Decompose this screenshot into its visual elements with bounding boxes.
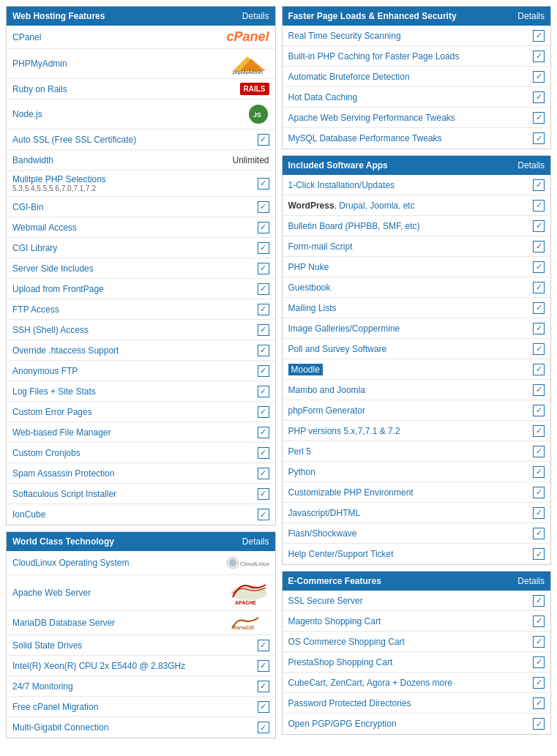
cpanel-migration-label: Free cPanel Migration (12, 702, 225, 712)
poll-label: Poll and Survey Software (288, 344, 501, 354)
row-1click: 1-Click Installation/Updates ✓ (283, 175, 551, 195)
monitoring-checkmark: ✓ (258, 681, 269, 692)
bulletin-label: Bulletin Board (PHPBB, SMF, etc) (288, 221, 501, 231)
svg-text:MariaDB: MariaDB (231, 624, 255, 631)
mailing-lists-check: ✓ (501, 302, 545, 314)
bulletin-checkmark: ✓ (533, 220, 545, 232)
faster-page-title: Faster Page Loads & Enhanced Security (288, 11, 457, 21)
row-webmail: Webmail Access ✓ (7, 217, 275, 238)
row-flash: Flash/Shockwave ✓ (283, 523, 551, 544)
upload-frontpage-check: ✓ (225, 283, 269, 295)
ssh-checkmark: ✓ (258, 324, 269, 336)
log-files-check: ✓ (225, 386, 269, 397)
custom-error-checkmark: ✓ (258, 406, 269, 418)
row-cronjobs: Custom Cronjobs ✓ (7, 443, 275, 463)
software-apps-details-label: Details (517, 160, 545, 171)
ssi-check: ✓ (225, 263, 269, 274)
cubecart-check: ✓ (501, 677, 545, 689)
row-wordpress: WordPress, Drupal, Joomla, etc ✓ (283, 195, 551, 216)
image-galleries-label: Image Galleries/Coppermine (288, 323, 501, 334)
faster-page-details-label: Details (517, 11, 545, 21)
wordpress-label: WordPress, Drupal, Joomla, etc (288, 201, 501, 211)
ssl-secure-label: SSL Secure Server (288, 596, 501, 606)
custom-php-checkmark: ✓ (533, 487, 545, 498)
faster-page-header: Faster Page Loads & Enhanced Security De… (283, 7, 551, 26)
row-magento: Magento Shopping Cart ✓ (283, 611, 551, 632)
perl5-label: Perl 5 (288, 446, 501, 457)
webmail-label: Webmail Access (12, 222, 225, 233)
world-class-header: World Class Technology Details (7, 532, 275, 551)
row-ssd: Solid State Drives ✓ (7, 635, 275, 656)
ioncube-label: IonCube (12, 509, 225, 520)
row-apache-tweaks: Apache Web Serving Performance Tweaks ✓ (283, 108, 551, 128)
multiple-php-sub: 5.3,5.4,5.5,5.6,7.0,7.1,7.2 (12, 184, 225, 192)
apache-tweaks-check: ✓ (501, 112, 545, 124)
cgi-library-checkmark: ✓ (258, 242, 269, 254)
row-cloudlinux: CloudLinux Operating System CloudLinux (7, 551, 275, 575)
phpform-check: ✓ (501, 405, 545, 416)
row-cpanel-migration: Free cPanel Migration ✓ (7, 697, 275, 717)
row-monitoring: 24/7 Monitoring ✓ (7, 676, 275, 697)
moodle-label: Moodle (288, 364, 501, 375)
formmail-label: Form-mail Script (288, 242, 501, 252)
python-checkmark: ✓ (533, 466, 545, 478)
left-column: Web Hosting Features Details CPanel cPan… (6, 6, 276, 738)
poll-check: ✓ (501, 343, 545, 355)
row-nodejs: Node.js JS (7, 100, 275, 130)
row-softaculous: Softaculous Script Installer ✓ (7, 484, 275, 504)
custom-php-label: Customizable PHP Environment (288, 487, 501, 498)
auto-ssl-label: Auto SSL (Free SSL Certificate) (12, 135, 225, 145)
row-bandwidth: Bandwidth Unlimited (7, 150, 275, 171)
mysql-tweaks-check: ✓ (501, 132, 545, 144)
row-guestbook: Guestbook ✓ (283, 277, 551, 298)
phpmyadmin-logo: phpMyAdmin (225, 53, 269, 75)
help-center-checkmark: ✓ (533, 548, 545, 560)
python-check: ✓ (501, 466, 545, 478)
right-column: Faster Page Loads & Enhanced Security De… (282, 6, 552, 738)
row-help-center: Help Center/Support Ticket ✓ (283, 544, 551, 564)
world-class-section: World Class Technology Details CloudLinu… (6, 531, 276, 738)
ecommerce-title: E-Commerce Features (288, 576, 381, 586)
faster-page-section: Faster Page Loads & Enhanced Security De… (282, 6, 552, 149)
web-hosting-header: Web Hosting Features Details (7, 7, 275, 26)
nodejs-label: Node.js (12, 109, 225, 119)
row-ruby-on-rails: Ruby on Rails RAILS (7, 79, 275, 100)
anon-ftp-label: Anonymous FTP (12, 366, 225, 376)
file-manager-checkmark: ✓ (258, 427, 269, 438)
row-prestashop: PrestaShop Shopping Cart ✓ (283, 652, 551, 673)
ssl-secure-check: ✓ (501, 595, 545, 607)
pgp-check: ✓ (501, 718, 545, 730)
phpnuke-checkmark: ✓ (533, 261, 545, 273)
ssd-check: ✓ (225, 640, 269, 651)
row-cubecart: CubeCart, ZenCart, Agora + Dozens more ✓ (283, 673, 551, 693)
row-formmail: Form-mail Script ✓ (283, 236, 551, 257)
php-caching-checkmark: ✓ (533, 50, 545, 62)
flash-check: ✓ (501, 528, 545, 539)
row-oscommerce: OS Commerce Shopping Cart ✓ (283, 632, 551, 652)
row-phpmyadmin: PHPMyAdmin phpMyAdmin (7, 49, 275, 79)
image-galleries-check: ✓ (501, 323, 545, 334)
row-spam: Spam Assassin Protection ✓ (7, 463, 275, 484)
row-custom-error: Custom Error Pages ✓ (7, 402, 275, 422)
htaccess-label: Override .htaccess Support (12, 345, 225, 356)
ftp-check: ✓ (225, 304, 269, 315)
row-gigabit: Multi-Gigabit Connection ✓ (7, 717, 275, 738)
upload-frontpage-label: Upload from FrontPage (12, 284, 225, 294)
auto-ssl-check: ✓ (225, 134, 269, 146)
row-pgp: Open PGP/GPG Encryption ✓ (283, 714, 551, 734)
row-mailing-lists: Mailing Lists ✓ (283, 298, 551, 318)
world-class-details-label: Details (242, 536, 269, 547)
htaccess-checkmark: ✓ (258, 345, 269, 356)
file-manager-check: ✓ (225, 427, 269, 438)
guestbook-checkmark: ✓ (533, 282, 545, 293)
cgi-bin-checkmark: ✓ (258, 201, 269, 213)
gigabit-checkmark: ✓ (258, 722, 269, 733)
log-files-checkmark: ✓ (258, 386, 269, 397)
row-hot-data: Hot Data Caching ✓ (283, 87, 551, 108)
row-upload-frontpage: Upload from FrontPage ✓ (7, 279, 275, 299)
mysql-tweaks-label: MySQL Database Performance Tweaks (288, 133, 501, 143)
pgp-label: Open PGP/GPG Encryption (288, 719, 501, 729)
row-intel: Intel(R) Xeon(R) CPU 2x E5440 @ 2.83GHz … (7, 656, 275, 676)
ssh-check: ✓ (225, 324, 269, 336)
row-ssl-secure: SSL Secure Server ✓ (283, 591, 551, 611)
